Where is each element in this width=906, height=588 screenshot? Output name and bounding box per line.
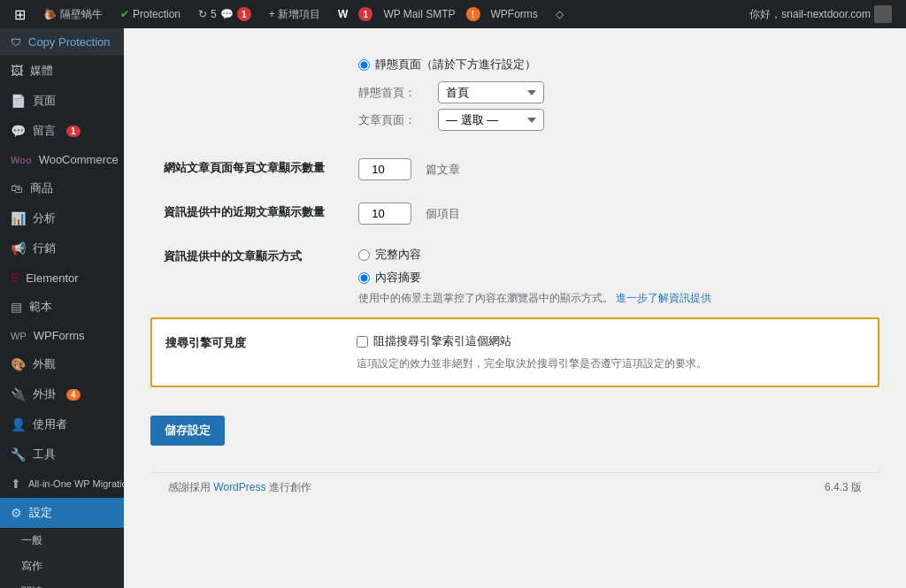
feed-desc: 使用中的佈景主題掌控了內容在瀏覽器中的顯示方式。 進一步了解資訊提供 [358, 291, 866, 306]
wp-logo[interactable]: ⊞ [7, 0, 33, 28]
comment-icon: 💬 [220, 8, 234, 20]
front-page-options: 靜態頁面（請於下方進行設定） [358, 57, 866, 73]
save-button[interactable]: 儲存設定 [150, 416, 225, 446]
sidebar-item-settings[interactable]: ⚙ 設定 [0, 498, 124, 528]
comments-icon: 💬 [11, 124, 26, 138]
posts-per-page-input[interactable] [358, 158, 411, 180]
feed-full-row[interactable]: 完整內容 [358, 247, 866, 263]
feed-desc-text: 使用中的佈景主題掌控了內容在瀏覽器中的顯示方式。 [358, 292, 613, 304]
posts-per-page-suffix: 篇文章 [426, 162, 460, 178]
add-new-bar[interactable]: + 新增項目 [262, 0, 327, 28]
sidebar-item-copy-protection[interactable]: 🛡 Copy Protection [0, 28, 124, 56]
sidebar-item-templates[interactable]: ▤ 範本 [0, 292, 124, 322]
sidebar-item-pages[interactable]: 📄 頁面 [0, 86, 124, 116]
comment-count: 5 [211, 8, 217, 20]
sidebar-item-analytics[interactable]: 📊 分析 [0, 203, 124, 233]
sidebar-item-marketing[interactable]: 📢 行銷 [0, 233, 124, 263]
mail-badge: ! [466, 7, 480, 21]
post-page-label: 文章頁面： [358, 112, 429, 128]
mail-smtp-bar[interactable]: WP Mail SMTP [376, 0, 462, 28]
submenu-reading[interactable]: 閱讀 [0, 579, 124, 588]
wp-logo-icon: ⊞ [14, 6, 26, 23]
wpforms-label: WPForms [491, 8, 538, 20]
user-info-bar[interactable]: 你好，snail-nextdoor.com [742, 0, 899, 28]
static-homepage-select[interactable]: 首頁 [438, 81, 544, 103]
syndication-input[interactable] [358, 202, 411, 225]
comments-badge: 1 [66, 126, 81, 137]
feed-full-radio[interactable] [358, 249, 370, 261]
footer-version: 6.4.3 版 [825, 480, 862, 495]
sidebar-item-tools[interactable]: 🔧 工具 [0, 439, 124, 470]
woo-label: WooCommerce [39, 153, 119, 166]
wp-icon-bar[interactable]: W [331, 0, 355, 28]
users-icon: 👤 [11, 417, 26, 431]
sidebar-item-wpforms[interactable]: WP WPForms [0, 322, 124, 349]
feed-excerpt-label[interactable]: 內容摘要 [375, 270, 421, 286]
pages-label: 頁面 [33, 93, 56, 109]
wp-letter-icon: W [338, 8, 348, 20]
sidebar-item-comments[interactable]: 💬 留言 1 [0, 116, 124, 146]
submenu-general[interactable]: 一般 [0, 528, 124, 554]
user-greeting: 你好，snail-nextdoor.com [749, 7, 871, 22]
sidebar-item-users[interactable]: 👤 使用者 [0, 409, 124, 439]
feed-full-label[interactable]: 完整內容 [375, 247, 421, 263]
posts-per-page-row: 網站文章頁面每頁文章顯示數量 篇文章 [150, 148, 879, 192]
woo-icon: Woo [11, 155, 32, 165]
wpforms-bar[interactable]: WPForms [484, 0, 545, 28]
search-visibility-content: 阻擋搜尋引擎索引這個網站 這項設定的效力並非絕對，完全取決於搜尋引擎是否遵守這項… [357, 333, 864, 371]
sidebar-item-appearance[interactable]: 🎨 外觀 [0, 349, 124, 379]
templates-icon: ▤ [11, 300, 22, 314]
products-label: 商品 [30, 180, 53, 196]
comments-bar[interactable]: ↻ 5 💬 1 [191, 0, 258, 28]
site-name-bar[interactable]: 🐌 隔壁蝸牛 [36, 0, 110, 28]
feed-excerpt-radio[interactable] [358, 272, 370, 284]
media-icon: 🖼 [11, 64, 23, 78]
snail-icon: 🐌 [43, 8, 57, 20]
static-page-label[interactable]: 靜態頁面（請於下方進行設定） [375, 57, 536, 73]
block-indexing-label[interactable]: 阻擋搜尋引擎索引這個網站 [373, 333, 511, 349]
settings-table: 靜態頁面（請於下方進行設定） 靜態首頁： 首頁 [150, 46, 879, 317]
syndication-row: 資訊提供中的近期文章顯示數量 個項目 [150, 192, 879, 236]
plugins-label: 外掛 [33, 386, 56, 402]
search-visibility-desc: 這項設定的效力並非絕對，完全取決於搜尋引擎是否遵守這項設定的要求。 [357, 356, 864, 371]
wpforms-icon: WP [11, 331, 27, 341]
mail-smtp-label: WP Mail SMTP [383, 8, 455, 20]
static-homepage-row: 靜態首頁： 首頁 [358, 81, 866, 103]
protection-bar[interactable]: ✔ Protection [113, 0, 188, 28]
comments-label: 留言 [33, 123, 56, 139]
static-page-row[interactable]: 靜態頁面（請於下方進行設定） [358, 57, 866, 73]
elementor-label: Elementor [26, 271, 78, 285]
feed-learn-more-link[interactable]: 進一步了解資訊提供 [616, 292, 711, 304]
copy-protection-label: Copy Protection [28, 35, 111, 49]
sidebar-item-elementor[interactable]: E Elementor [0, 263, 124, 292]
footer-wp-link[interactable]: WordPress [213, 481, 265, 493]
tools-label: 工具 [33, 447, 56, 462]
footer-left: 感謝採用 WordPress 進行創作 [168, 480, 311, 495]
static-homepage-label: 靜態首頁： [358, 85, 429, 101]
refresh-icon: ↻ [198, 8, 207, 20]
settings-icon: ⚙ [11, 506, 22, 520]
submenu-writing[interactable]: 寫作 [0, 554, 124, 579]
settings-submenu: 一般 寫作 閱讀 討論 [0, 528, 124, 588]
sidebar-item-media[interactable]: 🖼 媒體 [0, 56, 124, 86]
comment-badge: 1 [237, 7, 251, 21]
static-page-radio[interactable] [358, 59, 370, 71]
sidebar-item-plugins[interactable]: 🔌 外掛 4 [0, 379, 124, 409]
marketing-label: 行銷 [33, 241, 56, 256]
shield-icon: ✔ [120, 8, 129, 20]
block-indexing-row[interactable]: 阻擋搜尋引擎索引這個網站 [357, 333, 864, 349]
appearance-label: 外觀 [33, 356, 56, 372]
sidebar-item-products[interactable]: 🛍 商品 [0, 173, 124, 203]
sidebar-item-migration[interactable]: ⬆ All-in-One WP Migration [0, 470, 124, 498]
front-page-row: 靜態頁面（請於下方進行設定） 靜態首頁： 首頁 [150, 46, 879, 148]
migration-label: All-in-One WP Migration [28, 478, 124, 489]
analytics-icon: 📊 [11, 211, 26, 225]
feed-type-label: 資訊提供中的文章顯示方式 [150, 236, 345, 317]
block-indexing-checkbox[interactable] [357, 336, 368, 347]
feed-excerpt-row[interactable]: 內容摘要 [358, 270, 866, 286]
wp-footer: 感謝採用 WordPress 進行創作 6.4.3 版 [150, 472, 879, 502]
diamond-bar[interactable]: ◇ [549, 0, 571, 28]
elementor-icon: E [11, 271, 19, 285]
sidebar-item-woocommerce[interactable]: Woo WooCommerce [0, 146, 124, 173]
post-page-select[interactable]: — 選取 — [438, 109, 544, 131]
